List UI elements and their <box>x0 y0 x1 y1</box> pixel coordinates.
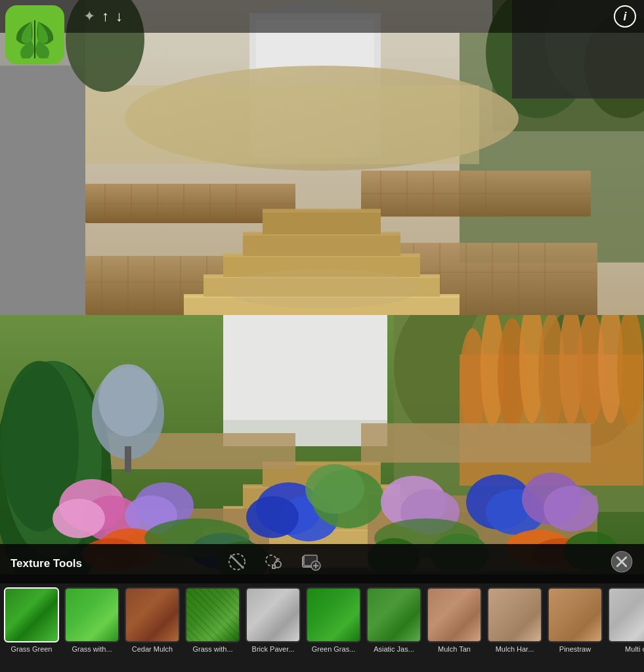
texture-item-asiatic-jas[interactable]: Asiatic Jas... <box>365 587 423 653</box>
texture-item-cedar-mulch[interactable]: Cedar Mulch <box>123 587 181 653</box>
lasso-tool-button[interactable] <box>226 551 247 577</box>
top-scene-svg <box>0 0 644 315</box>
texture-label-brick-paver: Brick Paver... <box>252 645 295 653</box>
svg-rect-53 <box>243 233 400 256</box>
before-image <box>0 0 644 315</box>
texture-item-grass-with-2[interactable]: Grass with... <box>184 587 242 653</box>
add-tool-button[interactable] <box>300 551 321 577</box>
bottom-scene-svg <box>0 315 644 574</box>
top-toolbar: ✦ ↑ ↓ i <box>0 0 644 33</box>
texture-item-mulch-har[interactable]: Mulch Har... <box>486 587 544 653</box>
texture-label-pinestraw: Pinestraw <box>559 645 591 653</box>
toolbar-tools-group <box>226 551 321 577</box>
svg-rect-56 <box>263 209 381 213</box>
texture-item-pinestraw[interactable]: Pinestraw <box>546 587 604 653</box>
texture-thumb-mulch-tan <box>427 587 482 642</box>
texture-item-mulch-tan[interactable]: Mulch Tan <box>425 587 483 653</box>
texture-tools-title: Texture Tools <box>11 557 82 570</box>
texture-thumb-multi-c <box>608 587 644 642</box>
info-button[interactable]: i <box>614 5 636 28</box>
svg-point-100 <box>53 499 105 538</box>
svg-point-107 <box>305 464 364 514</box>
texture-item-green-gras[interactable]: Green Gras... <box>305 587 362 653</box>
svg-point-96 <box>98 364 158 436</box>
toolbar-icons: ✦ ↑ ↓ <box>83 8 123 25</box>
texture-item-grass-green[interactable]: Grass Green <box>3 587 60 653</box>
texture-thumb-grass-with-2 <box>185 587 240 642</box>
texture-label-grass-with-2: Grass with... <box>192 645 232 653</box>
texture-thumb-pinestraw <box>547 587 603 642</box>
svg-rect-89 <box>361 423 591 463</box>
texture-label-asiatic-jas: Asiatic Jas... <box>374 645 414 653</box>
texture-item-multi-c[interactable]: Multi c <box>607 587 644 653</box>
texture-label-cedar-mulch: Cedar Mulch <box>132 645 173 653</box>
svg-point-105 <box>246 496 299 538</box>
texture-label-grass-green: Grass Green <box>11 645 53 653</box>
texture-label-green-gras: Green Gras... <box>312 645 356 653</box>
svg-rect-55 <box>263 210 381 234</box>
texture-label-multi-c: Multi c <box>625 645 644 653</box>
move-icon: ✦ <box>83 8 95 25</box>
svg-point-113 <box>544 486 599 532</box>
down-arrow-button[interactable]: ↓ <box>116 8 123 25</box>
toolbar-right: i <box>614 5 636 28</box>
svg-line-126 <box>230 555 244 568</box>
up-arrow-button[interactable]: ↑ <box>102 8 109 25</box>
stamp-tool-button[interactable] <box>263 551 284 577</box>
texture-thumb-grass-with-1 <box>64 587 119 642</box>
svg-rect-97 <box>125 446 131 472</box>
texture-item-grass-with-1[interactable]: Grass with... <box>63 587 121 653</box>
svg-rect-67 <box>223 315 387 420</box>
texture-thumb-grass-green <box>4 587 59 642</box>
texture-item-brick-paver[interactable]: Brick Paver... <box>244 587 302 653</box>
close-button[interactable] <box>610 550 633 578</box>
texture-thumb-green-gras <box>306 587 361 642</box>
app-logo[interactable] <box>5 5 64 64</box>
texture-strip: Grass GreenGrass with...Cedar MulchGrass… <box>0 583 644 672</box>
svg-rect-13 <box>85 85 479 164</box>
texture-thumb-brick-paver <box>246 587 301 642</box>
texture-label-mulch-har: Mulch Har... <box>496 645 534 653</box>
texture-thumb-mulch-har <box>487 587 542 642</box>
texture-tools-toolbar: Texture Tools <box>0 544 644 583</box>
texture-label-grass-with-1: Grass with... <box>72 645 112 653</box>
svg-point-57 <box>223 269 420 308</box>
texture-thumb-asiatic-jas <box>366 587 421 642</box>
texture-label-mulch-tan: Mulch Tan <box>438 645 471 653</box>
texture-thumb-cedar-mulch <box>125 587 180 642</box>
